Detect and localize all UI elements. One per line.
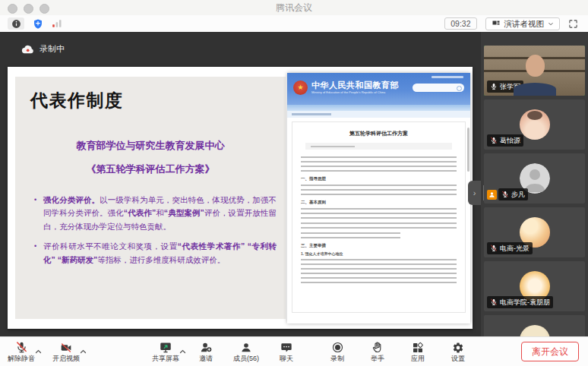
document-section-heading: 二、基本原则 (301, 200, 457, 205)
cloud-recording-icon (21, 44, 34, 54)
meeting-header-bar: 09:32 演讲者视图 (0, 15, 588, 33)
moe-document-card: 第五轮学科评估工作方案 一、指导思想 二、基本原则 三、主要举措 1. 强化人才… (292, 121, 466, 313)
participant-tile[interactable]: 步凡 (484, 153, 585, 204)
toolbar-button-label: 共享屏幕 (152, 355, 179, 362)
host-badge-icon (487, 190, 497, 200)
chevron-up-icon[interactable] (179, 345, 186, 356)
moe-top-links (432, 76, 463, 78)
invite-icon (200, 341, 213, 354)
tencent-meeting-window: 腾讯会议 09:32 演讲者视图 (0, 0, 588, 366)
document-section-heading: 三、主要举措 (301, 243, 457, 248)
apps-icon (412, 342, 424, 354)
slide-subtitle-2: 《第五轮学科评估工作方案》 (15, 162, 286, 176)
participant-tile[interactable]: 葛怡源 (484, 99, 585, 150)
record-button[interactable]: 录制 (322, 337, 352, 365)
participant-tile[interactable]: 张学军 (484, 46, 585, 96)
header-left-icons (0, 17, 62, 30)
participant-tile[interactable] (484, 315, 585, 337)
national-emblem-icon (293, 80, 308, 95)
chat-button[interactable]: 聊天 (271, 337, 302, 365)
info-icon (11, 19, 21, 29)
header-right-controls: 09:32 演讲者视图 (444, 17, 588, 30)
bullet-item: 评价科研水平不唯论文和奖项，设置“代表性学术著作” “专利转化” “新药研发”等… (33, 240, 277, 267)
layout-icon (492, 19, 501, 28)
security-shield-icon[interactable] (33, 18, 43, 30)
cam-muted-icon (59, 342, 73, 354)
participant-label: 葛怡源 (487, 134, 523, 147)
participant-name: 葛怡源 (500, 136, 520, 146)
apps-button[interactable]: 应用 (403, 337, 433, 365)
members-button[interactable]: 成员(56) (231, 337, 261, 365)
participant-name: 电商-光景 (500, 244, 530, 254)
toolbar-center-group: 共享屏幕邀请成员(56)聊天录制举手应用设置 (150, 337, 473, 365)
toolbar-button-label: 聊天 (280, 355, 293, 362)
slide-title: 代表作制度 (30, 89, 286, 112)
settings-button[interactable]: 设置 (443, 337, 473, 365)
document-title: 第五轮学科评估工作方案 (301, 130, 457, 137)
toolbar-button-label: 录制 (330, 355, 344, 362)
minimize-window-button[interactable] (24, 4, 33, 14)
fullscreen-button[interactable] (568, 19, 578, 29)
doc-paragraph-placeholder (301, 259, 457, 283)
doc-paragraph-placeholder (301, 156, 457, 172)
participant-sidebar: 张学军葛怡源步凡电商-光景电商学院-袁朋朋 (481, 32, 588, 337)
participant-label: 步凡 (487, 188, 528, 200)
webpage-scrollbar (467, 128, 469, 172)
start-video-button[interactable]: 开启视频 (51, 337, 81, 365)
doc-paragraph-placeholder (301, 185, 457, 195)
zoom-window-button[interactable] (40, 4, 49, 14)
participant-name: 步凡 (511, 190, 525, 200)
invite-button[interactable]: 邀请 (191, 337, 221, 365)
window-controls (8, 4, 49, 14)
moe-webpage-screenshot: 中华人民共和国教育部 Ministry of Education of the … (287, 73, 470, 323)
gear-icon (452, 342, 464, 354)
raise-hand-button[interactable]: 举手 (362, 337, 393, 365)
chevron-up-icon[interactable] (80, 345, 87, 356)
mic-muted-icon (490, 137, 498, 144)
shared-screen-stage: 录制中 代表作制度 教育部学位与研究生教育发展中心 《第五轮学科评估工作方案》 … (0, 32, 481, 337)
slide-subtitle-1: 教育部学位与研究生教育发展中心 (15, 139, 286, 153)
slide-bullets: 强化分类评价。以一级学科为单元，突出特色，体现优势，加强不同学科分类评价。强化“… (33, 194, 277, 267)
chat-icon (280, 342, 292, 354)
participant-name-pill: 电商-光景 (487, 242, 533, 254)
toolbar-button-label: 应用 (411, 355, 425, 362)
meeting-info-button[interactable] (8, 17, 24, 30)
meeting-toolbar: 解除静音开启视频 共享屏幕邀请成员(56)聊天录制举手应用设置 离开会议 (0, 336, 588, 366)
mic-muted-icon (490, 298, 498, 306)
participant-name-pill: 葛怡源 (487, 134, 523, 147)
document-meta-bar (305, 143, 452, 150)
participant-list: 张学军葛怡源步凡电商-光景电商学院-袁朋朋 (481, 46, 588, 337)
participant-tile[interactable]: 电商学院-袁朋朋 (484, 261, 585, 311)
participant-tile[interactable]: 电商-光景 (484, 207, 585, 257)
recording-indicator: 录制中 (21, 43, 65, 55)
participant-label: 电商学院-袁朋朋 (487, 296, 553, 308)
participant-avatar (520, 109, 550, 140)
moe-site-subtitle: Ministry of Education of the People's Re… (311, 90, 385, 94)
close-window-button[interactable] (8, 4, 17, 14)
toolbar-button-label: 解除静音 (8, 355, 35, 362)
doc-paragraph-placeholder (301, 232, 400, 238)
moe-breadcrumb (287, 111, 470, 118)
doc-paragraph-placeholder (301, 208, 457, 219)
sidebar-collapse-handle[interactable]: › (468, 181, 481, 205)
participant-label: 电商-光景 (487, 242, 533, 254)
network-signal-icon[interactable] (52, 19, 62, 28)
unmute-button[interactable]: 解除静音 (6, 337, 36, 365)
view-mode-label: 演讲者视图 (504, 19, 545, 28)
moe-site-title: 中华人民共和国教育部 (311, 80, 399, 91)
participant-avatar (520, 325, 550, 337)
view-mode-button[interactable]: 演讲者视图 (485, 17, 561, 30)
toolbar-button-label: 举手 (371, 355, 384, 362)
leave-meeting-button[interactable]: 离开会议 (521, 342, 579, 361)
chevron-down-icon (548, 22, 554, 26)
mic-muted-icon (501, 191, 509, 198)
chevron-up-icon[interactable] (35, 345, 42, 356)
doc-paragraph-placeholder (301, 222, 457, 229)
share-screen-button[interactable]: 共享屏幕 (150, 337, 181, 365)
recording-label: 录制中 (40, 43, 65, 55)
window-title: 腾讯会议 (0, 0, 588, 16)
moe-site-header: 中华人民共和国教育部 Ministry of Education of the … (287, 73, 470, 105)
meeting-timer: 09:32 (444, 17, 476, 30)
document-section-heading: 一、指导思想 (301, 176, 457, 181)
toolbar-button-label: 成员(56) (233, 355, 259, 362)
